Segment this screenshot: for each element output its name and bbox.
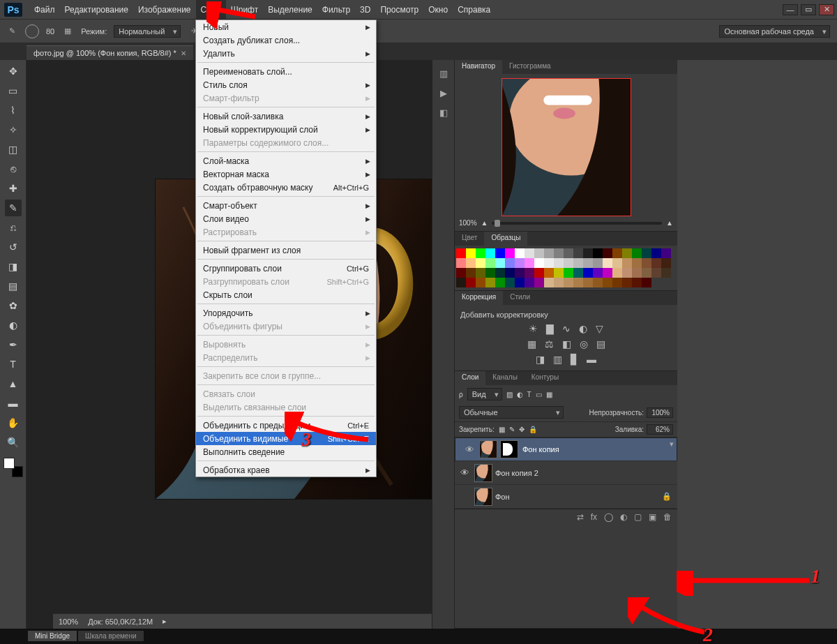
swatch[interactable] [456,248,466,258]
swatch[interactable] [593,268,603,278]
swatch[interactable] [554,248,564,258]
zoom-out-icon[interactable]: ▲ [481,219,488,227]
menu-просмотр[interactable]: Просмотр [375,0,423,19]
swatch[interactable] [456,278,466,287]
swatch[interactable] [505,258,515,268]
swatch[interactable] [495,278,505,287]
heal-tool[interactable]: ✚ [5,180,22,197]
color-swatch[interactable] [3,458,23,477]
swatch[interactable] [603,248,612,258]
history-brush-tool[interactable]: ↺ [5,239,22,255]
menu-item[interactable]: Новый фрагмент из слоя [196,244,376,257]
swatch[interactable] [505,278,515,287]
balance-icon[interactable]: ⚖ [545,338,554,350]
menu-item[interactable]: Стиль слоя [196,78,376,91]
swatch[interactable] [534,268,544,278]
menu-item[interactable]: Упорядочить [196,306,376,320]
lock-all-icon[interactable]: 🔒 [529,426,537,433]
visibility-toggle[interactable]: 👁 [455,461,474,484]
swatch[interactable] [651,268,661,278]
swatch[interactable] [622,278,632,287]
swatch[interactable] [485,268,495,278]
tab-adjustments[interactable]: Коррекция [455,291,503,305]
swatch[interactable] [466,268,476,278]
swatch[interactable] [661,258,671,268]
layer-filter-select[interactable]: Вид [467,388,502,400]
tab-layers[interactable]: Слои [455,371,485,385]
swatch[interactable] [612,248,622,258]
menu-файл[interactable]: Файл [29,0,60,19]
minimize-button[interactable]: — [783,4,798,15]
swatch[interactable] [632,278,642,287]
wand-tool[interactable]: ✧ [5,121,22,138]
properties-panel-icon[interactable]: ◧ [437,106,450,119]
type-tool[interactable]: T [5,356,22,373]
zoom-tool[interactable]: 🔍 [5,434,22,451]
swatch[interactable] [544,248,554,258]
layer-row[interactable]: Фон🔒 [455,485,677,509]
swatch[interactable] [564,268,573,278]
swatch[interactable] [476,258,485,268]
menu-item[interactable]: Смарт-объект [196,199,376,212]
swatch[interactable] [525,268,534,278]
mixer-icon[interactable]: ▤ [596,338,605,350]
swatch[interactable] [573,258,583,268]
filter-type-icon[interactable]: T [527,391,531,398]
swatch[interactable] [612,268,622,278]
swatch[interactable] [515,278,525,287]
zoom-in-icon[interactable]: ▲ [666,219,673,227]
swatch[interactable] [622,248,632,258]
swatch[interactable] [603,278,612,287]
history-panel-icon[interactable]: ▥ [437,67,450,80]
tab-histogram[interactable]: Гистограмма [502,60,558,74]
marquee-tool[interactable]: ▭ [5,82,22,99]
move-tool[interactable]: ✥ [5,63,22,80]
path-select-tool[interactable]: ▲ [5,375,22,392]
swatch[interactable] [661,248,671,258]
swatch[interactable] [485,278,495,287]
stamp-tool[interactable]: ⎌ [5,219,22,236]
layer-name[interactable]: Фон копия 2 [495,469,538,477]
menu-item[interactable]: Сгруппировать слоиCtrl+G [196,262,376,275]
zoom-slider[interactable] [492,222,662,225]
adjustment-layer-icon[interactable]: ◐ [620,512,627,522]
swatch[interactable] [651,248,661,258]
swatch[interactable] [515,248,525,258]
menu-item[interactable]: Новый слой-заливка [196,110,376,123]
lock-pos-icon[interactable]: ✥ [519,426,525,433]
blend-mode-select[interactable]: Нормальный [114,25,181,38]
lock-trans-icon[interactable]: ▦ [499,426,505,433]
menu-слои[interactable]: Слои [196,0,226,19]
group-icon[interactable]: ▢ [634,512,642,522]
menu-item[interactable]: Векторная маска [196,167,376,181]
swatch[interactable] [456,258,466,268]
tab-navigator[interactable]: Навигатор [455,60,502,74]
menu-шрифт[interactable]: Шрифт [226,0,263,19]
tab-swatches[interactable]: Образцы [484,232,527,246]
tab-mini-bridge[interactable]: Mini Bridge [28,631,77,641]
swatch[interactable] [603,258,612,268]
swatch[interactable] [632,268,642,278]
swatch[interactable] [573,278,583,287]
maximize-button[interactable]: ▭ [801,4,816,15]
visibility-toggle[interactable]: 👁 [460,440,479,459]
threshold-icon[interactable]: ▊ [571,354,578,365]
swatch[interactable] [622,258,632,268]
swatch[interactable] [583,248,593,258]
swatch-grid[interactable] [455,246,677,290]
dodge-tool[interactable]: ◐ [5,317,22,334]
swatch[interactable] [505,248,515,258]
exposure-icon[interactable]: ◐ [579,323,587,334]
swatch[interactable] [544,268,554,278]
tab-paths[interactable]: Контуры [525,371,566,385]
swatch[interactable] [544,278,554,287]
swatch[interactable] [495,268,505,278]
swatch[interactable] [573,248,583,258]
brush-panel-icon[interactable]: ▦ [61,25,74,38]
filter-adjust-icon[interactable]: ◐ [517,391,523,398]
zoom-readout[interactable]: 100% [59,617,78,626]
blur-tool[interactable]: ✿ [5,297,22,314]
curves-icon[interactable]: ∿ [562,323,571,334]
swatch[interactable] [603,268,612,278]
swatch[interactable] [534,248,544,258]
